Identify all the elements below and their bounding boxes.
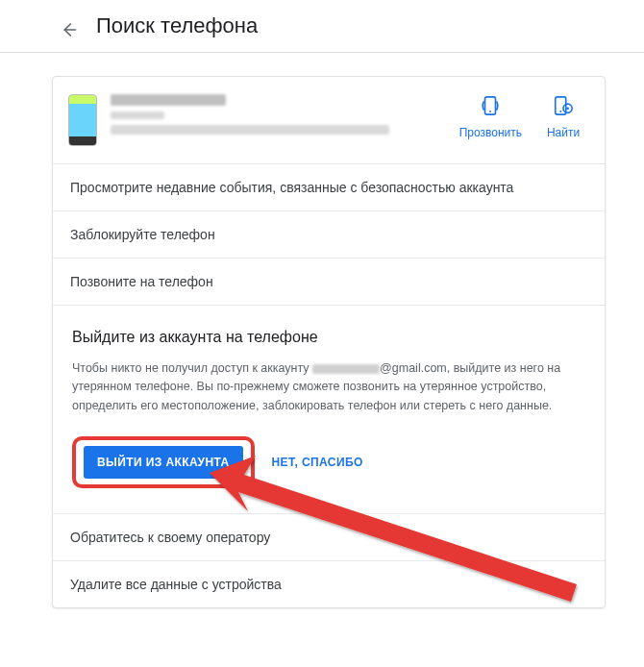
row-lock-phone[interactable]: Заблокируйте телефон bbox=[53, 211, 605, 259]
signout-desc-before: Чтобы никто не получил доступ к аккаунту bbox=[72, 361, 312, 375]
signout-title: Выйдите из аккаунта на телефоне bbox=[72, 329, 585, 346]
ring-icon bbox=[480, 94, 501, 120]
row-erase-device[interactable]: Удалите все данные с устройства bbox=[53, 561, 605, 607]
ring-label: Прозвонить bbox=[459, 126, 522, 139]
row-erase-device-label: Удалите все данные с устройства bbox=[70, 577, 282, 592]
device-actions: Прозвонить Найти bbox=[459, 94, 587, 139]
svg-point-4 bbox=[559, 111, 561, 112]
svg-point-6 bbox=[566, 107, 569, 110]
row-security-events[interactable]: Просмотрите недавние события, связанные … bbox=[53, 164, 605, 211]
ring-device-button[interactable]: Прозвонить bbox=[459, 94, 522, 139]
row-security-events-label: Просмотрите недавние события, связанные … bbox=[70, 180, 513, 195]
row-contact-carrier[interactable]: Обратитесь к своему оператору bbox=[53, 514, 605, 561]
page-header: Поиск телефона bbox=[0, 0, 644, 53]
find-device-button[interactable]: Найти bbox=[539, 94, 587, 139]
device-info bbox=[111, 94, 459, 140]
device-details-redacted bbox=[111, 125, 389, 135]
back-arrow-icon[interactable] bbox=[60, 21, 77, 38]
no-thanks-button[interactable]: Нет, спасибо bbox=[268, 446, 367, 479]
locate-icon bbox=[553, 94, 574, 120]
device-name-redacted bbox=[111, 94, 226, 106]
device-header-row: Прозвонить Найти bbox=[53, 77, 605, 164]
signout-button[interactable]: Выйти из аккаунта bbox=[84, 446, 243, 479]
svg-point-2 bbox=[489, 111, 491, 112]
row-contact-carrier-label: Обратитесь к своему оператору bbox=[70, 530, 270, 545]
row-lock-phone-label: Заблокируйте телефон bbox=[70, 227, 215, 242]
signout-actions: Выйти из аккаунта Нет, спасибо bbox=[72, 436, 585, 488]
device-meta-redacted bbox=[111, 111, 164, 119]
row-call-phone[interactable]: Позвоните на телефон bbox=[53, 259, 605, 306]
annotation-highlight-box: Выйти из аккаунта bbox=[72, 436, 255, 488]
page-title: Поиск телефона bbox=[96, 13, 258, 38]
row-call-phone-label: Позвоните на телефон bbox=[70, 274, 213, 289]
phone-thumbnail bbox=[68, 94, 97, 146]
device-card: Прозвонить Найти Просмотрите недавние со… bbox=[52, 76, 606, 608]
email-redacted bbox=[312, 364, 380, 374]
find-label: Найти bbox=[547, 126, 580, 139]
signout-panel: Выйдите из аккаунта на телефоне Чтобы ни… bbox=[53, 306, 605, 514]
signout-description: Чтобы никто не получил доступ к аккаунту… bbox=[72, 359, 585, 415]
